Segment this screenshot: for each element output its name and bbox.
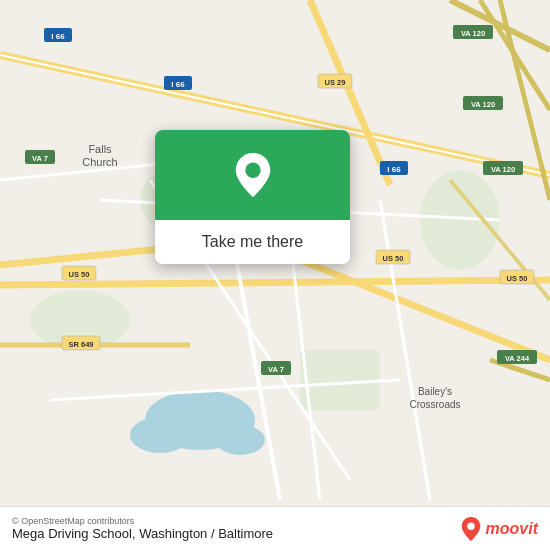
svg-point-60 bbox=[245, 163, 260, 178]
take-me-there-button[interactable]: Take me there bbox=[155, 220, 350, 264]
svg-text:SR 649: SR 649 bbox=[68, 340, 93, 349]
map-pin-icon bbox=[233, 151, 273, 199]
moovit-brand-text: moovit bbox=[486, 520, 538, 538]
popup-green-header bbox=[155, 130, 350, 220]
svg-point-6 bbox=[130, 417, 190, 453]
svg-text:Falls: Falls bbox=[88, 143, 112, 155]
map-container: I 66 I 66 I 66 VA 120 VA 120 VA 120 VA 7… bbox=[0, 0, 550, 550]
svg-point-61 bbox=[467, 522, 474, 529]
svg-text:VA 120: VA 120 bbox=[461, 29, 485, 38]
svg-text:VA 244: VA 244 bbox=[505, 354, 530, 363]
moovit-pin-icon bbox=[460, 516, 482, 542]
svg-text:I 66: I 66 bbox=[51, 32, 65, 41]
svg-text:I 66: I 66 bbox=[171, 80, 185, 89]
attribution-text: © OpenStreetMap contributors bbox=[12, 516, 273, 526]
svg-text:US 29: US 29 bbox=[325, 78, 346, 87]
svg-text:VA 7: VA 7 bbox=[32, 154, 48, 163]
svg-text:I 66: I 66 bbox=[387, 165, 401, 174]
svg-text:Bailey's: Bailey's bbox=[418, 386, 452, 397]
bottom-bar: © OpenStreetMap contributors Mega Drivin… bbox=[0, 506, 550, 550]
svg-text:Church: Church bbox=[82, 156, 117, 168]
popup-card: Take me there bbox=[155, 130, 350, 264]
svg-text:VA 120: VA 120 bbox=[491, 165, 515, 174]
popup-button-label: Take me there bbox=[202, 233, 303, 251]
location-name: Mega Driving School, Washington / Baltim… bbox=[12, 526, 273, 541]
svg-line-12 bbox=[0, 280, 550, 285]
svg-text:Crossroads: Crossroads bbox=[409, 399, 460, 410]
svg-text:US 50: US 50 bbox=[383, 254, 404, 263]
svg-text:US 50: US 50 bbox=[507, 274, 528, 283]
svg-rect-4 bbox=[300, 350, 380, 410]
svg-point-7 bbox=[215, 425, 265, 455]
svg-text:VA 7: VA 7 bbox=[268, 365, 284, 374]
svg-text:US 50: US 50 bbox=[69, 270, 90, 279]
moovit-logo: moovit bbox=[460, 516, 538, 542]
bottom-left: © OpenStreetMap contributors Mega Drivin… bbox=[12, 516, 273, 541]
svg-text:VA 120: VA 120 bbox=[471, 100, 495, 109]
